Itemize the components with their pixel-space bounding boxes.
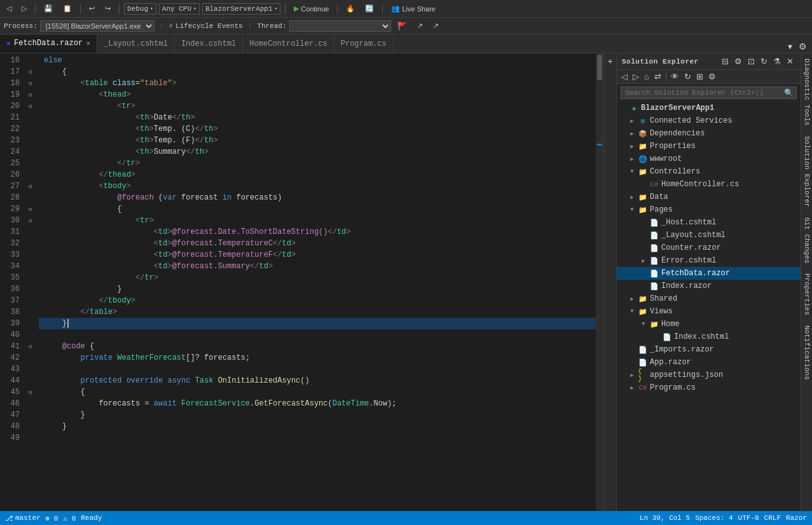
- tab-layout[interactable]: _Layout.cshtml: [97, 35, 175, 53]
- editor-scrollbar[interactable]: [596, 53, 603, 511]
- editor[interactable]: 16 17 18 19 20 21 22 23 24 25 26 27 28 2…: [0, 53, 603, 511]
- status-errors[interactable]: ⊗ 0: [46, 514, 58, 522]
- ln-34: 34: [0, 261, 24, 272]
- se-item-program[interactable]: ▶ C# Program.cs: [617, 381, 801, 394]
- restart-btn[interactable]: 🔄: [361, 3, 378, 14]
- se-item-fetchdata[interactable]: 📄 FetchData.razor: [617, 267, 801, 280]
- undo-btn[interactable]: ↩: [85, 3, 99, 14]
- back-btn[interactable]: ◁: [3, 3, 15, 14]
- collapse-19[interactable]: ⊟: [29, 92, 32, 99]
- sep5: [337, 4, 338, 14]
- collapse-41[interactable]: ⊟: [29, 343, 32, 350]
- cpu-dropdown[interactable]: Any CPU ▾: [159, 3, 200, 15]
- se-item-imports[interactable]: 📄 _Imports.razor: [617, 343, 801, 356]
- se-item-wwwroot[interactable]: ▶ 🌐 wwwroot: [617, 153, 801, 165]
- status-branch[interactable]: ⎇ master: [5, 514, 41, 522]
- se-view-btn[interactable]: 👁: [669, 71, 681, 82]
- scrollbar-thumb[interactable]: [597, 55, 602, 80]
- error-icon: 📄: [649, 256, 659, 266]
- save-all-btn[interactable]: 📋: [59, 3, 76, 14]
- collapse-30[interactable]: ⊟: [29, 217, 32, 224]
- se-preview-btn[interactable]: ⊡: [746, 56, 757, 67]
- collapse-col: ⊟ ⊟ ⊟ ⊟ ⊟ ⊟ ⊟: [29, 53, 39, 511]
- save-btn[interactable]: 💾: [40, 3, 57, 14]
- se-item-root[interactable]: ◈ BlazorServerApp1: [617, 102, 801, 114]
- se-item-deps[interactable]: ▶ 📦 Dependencies: [617, 127, 801, 140]
- se-item-host[interactable]: 📄 _Host.cshtml: [617, 216, 801, 229]
- collapse-17[interactable]: ⊟: [29, 69, 32, 76]
- collapse-29[interactable]: ⊟: [29, 206, 32, 213]
- se-properties-btn[interactable]: ⚙: [733, 56, 744, 67]
- se-nav-back[interactable]: ◁: [619, 71, 630, 82]
- tab-list-btn[interactable]: ▾: [785, 40, 795, 53]
- panel-git[interactable]: Git Changes: [801, 212, 812, 269]
- status-warnings[interactable]: ⚠ 0: [63, 514, 76, 522]
- se-sync-btn[interactable]: ⇄: [652, 71, 663, 82]
- status-encoding: UTF-8: [738, 514, 759, 522]
- se-item-appsettings[interactable]: ▶ { } appsettings.json: [617, 369, 801, 381]
- zoom-in-btn[interactable]: +: [607, 56, 612, 66]
- se-item-controllers[interactable]: ▼ 📁 Controllers: [617, 165, 801, 178]
- se-refresh2-btn[interactable]: ↻: [682, 71, 693, 82]
- se-item-shared[interactable]: ▶ 📁 Shared: [617, 292, 801, 305]
- se-item-app[interactable]: 📄 App.razor: [617, 356, 801, 369]
- app-dropdown[interactable]: BlazorServerApp1 ▾: [202, 3, 280, 15]
- process-dropdown[interactable]: [15528] BlazorServerApp1.exe: [40, 20, 155, 32]
- se-opts-btn[interactable]: ⚙: [706, 71, 718, 82]
- se-item-homecontroller[interactable]: C# HomeController.cs: [617, 178, 801, 191]
- se-refresh-btn[interactable]: ↻: [759, 56, 769, 67]
- status-line: Ln 39, Col 5: [640, 514, 690, 522]
- tab-settings-btn[interactable]: ⚙: [796, 40, 809, 53]
- forward-btn[interactable]: ▷: [18, 3, 31, 14]
- collapse-45[interactable]: ⊟: [29, 389, 32, 396]
- live-share-btn[interactable]: 👥 Live Share: [387, 3, 439, 14]
- debug-dropdown[interactable]: Debug ▾: [124, 3, 156, 15]
- se-item-views[interactable]: ▼ 📁 Views: [617, 305, 801, 318]
- panel-solution[interactable]: Solution Explorer: [801, 131, 812, 212]
- se-item-connected[interactable]: ▶ ⊞ Connected Services: [617, 114, 801, 127]
- collapse-20[interactable]: ⊟: [29, 103, 32, 110]
- hot-reload-btn[interactable]: 🔥: [342, 3, 359, 14]
- step2-btn[interactable]: ↗: [429, 20, 443, 31]
- se-collapse-btn[interactable]: ⊟: [720, 56, 731, 67]
- shared-label: Shared: [650, 294, 677, 303]
- se-filter-btn[interactable]: ⚗: [771, 56, 783, 67]
- se-item-pages[interactable]: ▼ 📁 Pages: [617, 203, 801, 216]
- tab-fetchdata-close[interactable]: ✕: [86, 39, 90, 47]
- flag-btn[interactable]: 🚩: [394, 20, 411, 32]
- se-item-layout-file[interactable]: 📄 _Layout.cshtml: [617, 229, 801, 242]
- props-arrow: ▶: [628, 143, 636, 150]
- se-item-error[interactable]: ▶ 📄 Error.cshtml: [617, 254, 801, 267]
- panel-properties[interactable]: Properties: [801, 268, 812, 320]
- tab-index[interactable]: Index.cshtml: [175, 35, 243, 53]
- continue-btn[interactable]: ▶ Continue: [290, 3, 333, 14]
- code-line-40: [39, 329, 596, 341]
- collapse-18[interactable]: ⊟: [29, 80, 32, 87]
- code-line-22: <th>Temp. (C)</th>: [39, 123, 596, 135]
- tab-fetchdata[interactable]: ■ FetchData.razor ✕: [0, 35, 97, 53]
- se-expand-btn[interactable]: ⊞: [694, 71, 705, 82]
- panel-diagnostic[interactable]: Diagnostic Tools: [801, 53, 812, 131]
- se-item-data[interactable]: ▶ 📁 Data: [617, 191, 801, 203]
- solution-explorer: Solution Explorer ⊟ ⚙ ⊡ ↻ ⚗ ✕ ◁ ▷ ⌂ ⇄ 👁 …: [616, 53, 801, 511]
- redo-btn[interactable]: ↪: [101, 3, 114, 14]
- se-item-index-razor[interactable]: 📄 Index.razor: [617, 280, 801, 292]
- se-item-counter[interactable]: 📄 Counter.razor: [617, 242, 801, 254]
- tab-homecontroller[interactable]: HomeController.cs: [243, 35, 334, 53]
- tab-program[interactable]: Program.cs: [334, 35, 394, 53]
- code-line-49: [39, 432, 596, 444]
- code-content[interactable]: else { <table class="table"> <thead> <tr…: [39, 53, 596, 511]
- se-item-index-cshtml[interactable]: 📄 Index.cshtml: [617, 331, 801, 343]
- collapse-27[interactable]: ⊟: [29, 183, 32, 190]
- tab-program-label: Program.cs: [341, 39, 387, 48]
- se-home-btn[interactable]: ⌂: [642, 71, 651, 82]
- se-item-home[interactable]: ▼ 📁 Home: [617, 318, 801, 331]
- se-nav-fwd[interactable]: ▷: [631, 71, 641, 82]
- se-close-btn[interactable]: ✕: [785, 56, 795, 67]
- indexr-label: Index.razor: [661, 282, 712, 290]
- se-item-props[interactable]: ▶ 📁 Properties: [617, 140, 801, 153]
- se-search-input[interactable]: [621, 87, 781, 99]
- panel-notifications[interactable]: Notifications: [801, 320, 812, 385]
- thread-dropdown[interactable]: [289, 20, 391, 32]
- step-btn[interactable]: ↗: [413, 20, 427, 31]
